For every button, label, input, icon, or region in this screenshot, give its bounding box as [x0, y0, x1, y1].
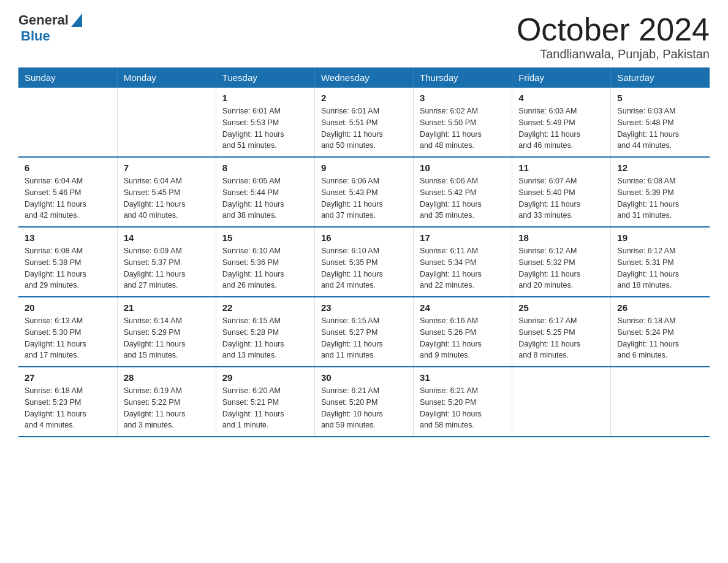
- day-info: Sunrise: 6:08 AM Sunset: 5:39 PM Dayligh…: [617, 175, 703, 221]
- day-number: 1: [222, 93, 308, 103]
- day-info: Sunrise: 6:10 AM Sunset: 5:36 PM Dayligh…: [222, 245, 308, 291]
- day-info: Sunrise: 6:20 AM Sunset: 5:21 PM Dayligh…: [222, 385, 308, 431]
- day-info: Sunrise: 6:03 AM Sunset: 5:49 PM Dayligh…: [518, 105, 604, 151]
- day-number: 28: [124, 372, 210, 383]
- day-number: 6: [25, 163, 111, 173]
- day-cell: 18Sunrise: 6:12 AM Sunset: 5:32 PM Dayli…: [512, 227, 611, 297]
- week-row-5: 27Sunrise: 6:18 AM Sunset: 5:23 PM Dayli…: [18, 367, 710, 437]
- day-info: Sunrise: 6:04 AM Sunset: 5:45 PM Dayligh…: [124, 175, 210, 221]
- day-cell: 20Sunrise: 6:13 AM Sunset: 5:30 PM Dayli…: [18, 297, 117, 367]
- day-cell: 3Sunrise: 6:02 AM Sunset: 5:50 PM Daylig…: [414, 88, 512, 157]
- day-number: 20: [25, 302, 111, 313]
- day-cell: 7Sunrise: 6:04 AM Sunset: 5:45 PM Daylig…: [117, 157, 216, 227]
- day-info: Sunrise: 6:05 AM Sunset: 5:44 PM Dayligh…: [222, 175, 308, 221]
- day-cell: 14Sunrise: 6:09 AM Sunset: 5:37 PM Dayli…: [117, 227, 216, 297]
- day-cell: 6Sunrise: 6:04 AM Sunset: 5:46 PM Daylig…: [18, 157, 117, 227]
- logo-blue-text: Blue: [21, 28, 50, 44]
- day-cell: [18, 88, 117, 157]
- day-info: Sunrise: 6:06 AM Sunset: 5:43 PM Dayligh…: [321, 175, 407, 221]
- day-number: 31: [420, 372, 506, 383]
- day-number: 27: [25, 372, 111, 383]
- day-cell: 15Sunrise: 6:10 AM Sunset: 5:36 PM Dayli…: [216, 227, 314, 297]
- day-number: 19: [617, 232, 703, 243]
- header-cell-tuesday: Tuesday: [216, 67, 314, 88]
- day-number: 30: [321, 372, 407, 383]
- header-cell-sunday: Sunday: [18, 67, 117, 88]
- header-cell-saturday: Saturday: [611, 67, 710, 88]
- day-number: 24: [420, 302, 506, 313]
- day-cell: 1Sunrise: 6:01 AM Sunset: 5:53 PM Daylig…: [216, 88, 314, 157]
- day-info: Sunrise: 6:18 AM Sunset: 5:24 PM Dayligh…: [617, 315, 703, 361]
- day-cell: 10Sunrise: 6:06 AM Sunset: 5:42 PM Dayli…: [414, 157, 512, 227]
- day-cell: 8Sunrise: 6:05 AM Sunset: 5:44 PM Daylig…: [216, 157, 314, 227]
- day-number: 29: [222, 372, 308, 383]
- day-cell: 19Sunrise: 6:12 AM Sunset: 5:31 PM Dayli…: [611, 227, 710, 297]
- day-cell: 27Sunrise: 6:18 AM Sunset: 5:23 PM Dayli…: [18, 367, 117, 437]
- week-row-2: 6Sunrise: 6:04 AM Sunset: 5:46 PM Daylig…: [18, 157, 710, 227]
- day-info: Sunrise: 6:10 AM Sunset: 5:35 PM Dayligh…: [321, 245, 407, 291]
- day-cell: 13Sunrise: 6:08 AM Sunset: 5:38 PM Dayli…: [18, 227, 117, 297]
- day-info: Sunrise: 6:16 AM Sunset: 5:26 PM Dayligh…: [420, 315, 506, 361]
- day-cell: 5Sunrise: 6:03 AM Sunset: 5:48 PM Daylig…: [611, 88, 710, 157]
- day-cell: [512, 367, 611, 437]
- logo-general-text: General: [18, 12, 69, 28]
- day-cell: [611, 367, 710, 437]
- day-number: 22: [222, 302, 308, 313]
- logo: General Blue: [18, 12, 82, 44]
- day-info: Sunrise: 6:15 AM Sunset: 5:28 PM Dayligh…: [222, 315, 308, 361]
- day-number: 17: [420, 232, 506, 243]
- day-number: 3: [420, 93, 506, 103]
- week-row-3: 13Sunrise: 6:08 AM Sunset: 5:38 PM Dayli…: [18, 227, 710, 297]
- day-number: 9: [321, 163, 407, 173]
- day-number: 23: [321, 302, 407, 313]
- day-info: Sunrise: 6:21 AM Sunset: 5:20 PM Dayligh…: [420, 385, 506, 431]
- week-row-1: 1Sunrise: 6:01 AM Sunset: 5:53 PM Daylig…: [18, 88, 710, 157]
- day-number: 18: [518, 232, 604, 243]
- day-cell: 22Sunrise: 6:15 AM Sunset: 5:28 PM Dayli…: [216, 297, 314, 367]
- day-cell: 23Sunrise: 6:15 AM Sunset: 5:27 PM Dayli…: [314, 297, 413, 367]
- day-cell: 28Sunrise: 6:19 AM Sunset: 5:22 PM Dayli…: [117, 367, 216, 437]
- day-number: 12: [617, 163, 703, 173]
- day-info: Sunrise: 6:08 AM Sunset: 5:38 PM Dayligh…: [25, 245, 111, 291]
- location-title: Tandlianwala, Punjab, Pakistan: [517, 47, 710, 61]
- day-cell: 4Sunrise: 6:03 AM Sunset: 5:49 PM Daylig…: [512, 88, 611, 157]
- svg-marker-0: [71, 13, 82, 27]
- day-number: 16: [321, 232, 407, 243]
- day-info: Sunrise: 6:09 AM Sunset: 5:37 PM Dayligh…: [124, 245, 210, 291]
- day-info: Sunrise: 6:04 AM Sunset: 5:46 PM Dayligh…: [25, 175, 111, 221]
- header-cell-monday: Monday: [117, 67, 216, 88]
- page-header: General Blue October 2024 Tandlianwala, …: [18, 12, 710, 61]
- day-cell: 29Sunrise: 6:20 AM Sunset: 5:21 PM Dayli…: [216, 367, 314, 437]
- day-number: 25: [518, 302, 604, 313]
- title-section: October 2024 Tandlianwala, Punjab, Pakis…: [517, 12, 710, 61]
- day-info: Sunrise: 6:17 AM Sunset: 5:25 PM Dayligh…: [518, 315, 604, 361]
- day-number: 2: [321, 93, 407, 103]
- day-number: 5: [617, 93, 703, 103]
- day-number: 14: [124, 232, 210, 243]
- calendar-table: SundayMondayTuesdayWednesdayThursdayFrid…: [18, 67, 710, 437]
- header-cell-friday: Friday: [512, 67, 611, 88]
- day-info: Sunrise: 6:15 AM Sunset: 5:27 PM Dayligh…: [321, 315, 407, 361]
- day-number: 10: [420, 163, 506, 173]
- day-info: Sunrise: 6:06 AM Sunset: 5:42 PM Dayligh…: [420, 175, 506, 221]
- day-number: 15: [222, 232, 308, 243]
- logo-triangle-icon: [71, 13, 82, 27]
- day-cell: 11Sunrise: 6:07 AM Sunset: 5:40 PM Dayli…: [512, 157, 611, 227]
- week-row-4: 20Sunrise: 6:13 AM Sunset: 5:30 PM Dayli…: [18, 297, 710, 367]
- header-row: SundayMondayTuesdayWednesdayThursdayFrid…: [18, 67, 710, 88]
- day-number: 26: [617, 302, 703, 313]
- day-info: Sunrise: 6:21 AM Sunset: 5:20 PM Dayligh…: [321, 385, 407, 431]
- day-number: 7: [124, 163, 210, 173]
- day-info: Sunrise: 6:19 AM Sunset: 5:22 PM Dayligh…: [124, 385, 210, 431]
- day-info: Sunrise: 6:01 AM Sunset: 5:51 PM Dayligh…: [321, 105, 407, 151]
- calendar-body: 1Sunrise: 6:01 AM Sunset: 5:53 PM Daylig…: [18, 88, 710, 437]
- day-info: Sunrise: 6:13 AM Sunset: 5:30 PM Dayligh…: [25, 315, 111, 361]
- day-cell: 26Sunrise: 6:18 AM Sunset: 5:24 PM Dayli…: [611, 297, 710, 367]
- day-cell: 9Sunrise: 6:06 AM Sunset: 5:43 PM Daylig…: [314, 157, 413, 227]
- month-title: October 2024: [517, 12, 710, 47]
- day-cell: [117, 88, 216, 157]
- day-cell: 17Sunrise: 6:11 AM Sunset: 5:34 PM Dayli…: [414, 227, 512, 297]
- day-info: Sunrise: 6:11 AM Sunset: 5:34 PM Dayligh…: [420, 245, 506, 291]
- day-number: 21: [124, 302, 210, 313]
- day-info: Sunrise: 6:18 AM Sunset: 5:23 PM Dayligh…: [25, 385, 111, 431]
